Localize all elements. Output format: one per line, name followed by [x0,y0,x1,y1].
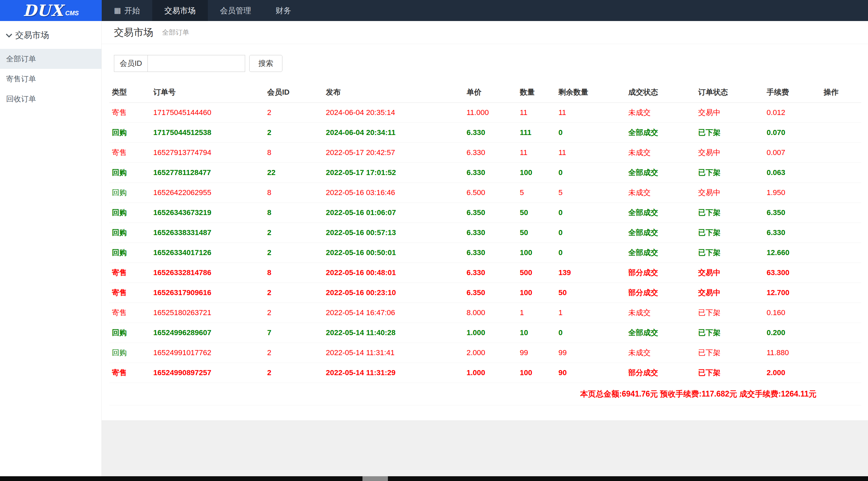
order-number: 16524996289607 [151,323,264,343]
quantity: 100 [517,163,556,183]
order-status: 已下架 [695,163,764,183]
order-status: 交易中 [695,103,764,123]
action-cell [821,363,861,383]
deal-status: 未成交 [626,103,695,123]
member-id: 2 [264,243,323,263]
order-number: 16526343673219 [151,203,264,223]
remaining-quantity: 5 [556,183,626,203]
unit-price: 6.500 [464,183,517,203]
order-row: 寄售 16525180263721 2 2022-05-14 16:47:06 … [109,303,861,323]
order-type: 回购 [109,323,151,343]
sidebar-item[interactable]: 全部订单 [0,49,101,69]
action-cell [821,303,861,323]
action-cell [821,103,861,123]
column-header: 操作 [821,82,861,103]
order-type: 寄售 [109,103,151,123]
order-number: 16526317909616 [151,283,264,303]
order-number: 16526338331487 [151,223,264,243]
sidebar-item[interactable]: 回收订单 [0,89,101,109]
quantity: 11 [517,143,556,163]
order-number: 17175045144460 [151,103,264,123]
action-cell [821,123,861,143]
chevron-down-icon [6,31,12,37]
unit-price: 8.000 [464,303,517,323]
breadcrumb-sub: 全部订单 [162,28,189,37]
publish-time: 2022-05-14 11:40:28 [323,323,464,343]
unit-price: 6.330 [464,223,517,243]
order-type: 寄售 [109,263,151,283]
order-status: 交易中 [695,283,764,303]
publish-time: 2024-06-04 20:35:14 [323,103,464,123]
unit-price: 6.330 [464,263,517,283]
horizontal-scrollbar[interactable] [0,476,868,481]
order-type: 回购 [109,123,151,143]
quantity: 1 [517,303,556,323]
unit-price: 6.330 [464,163,517,183]
quantity: 50 [517,203,556,223]
action-cell [821,263,861,283]
quantity: 99 [517,343,556,363]
order-row: 寄售 16526332814786 8 2022-05-16 00:48:01 … [109,263,861,283]
deal-status: 全部成交 [626,203,695,223]
quantity: 10 [517,323,556,343]
sidebar-section-title[interactable]: 交易市场 [0,21,101,49]
order-status: 交易中 [695,263,764,283]
order-number: 17175044512538 [151,123,264,143]
top-menu: ▦开始交易市场会员管理财务 [102,0,303,21]
quantity: 100 [517,283,556,303]
order-row: 回购 16526343673219 8 2022-05-16 01:06:07 … [109,203,861,223]
main-layout: 交易市场 全部订单寄售订单回收订单 交易市场 全部订单 会员ID 搜索 类型订 [0,21,868,476]
scrollbar-thumb[interactable] [362,476,388,481]
member-id-label: 会员ID [114,55,147,72]
top-menu-item[interactable]: 会员管理 [208,0,263,21]
brand-logo[interactable]: DUX CMS [0,0,102,21]
publish-time: 2022-05-14 16:47:06 [323,303,464,323]
order-row: 回购 16524996289607 7 2022-05-14 11:40:28 … [109,323,861,343]
fee: 0.007 [764,143,821,163]
search-button[interactable]: 搜索 [249,55,282,72]
action-cell [821,283,861,303]
orders-tbody: 寄售 17175045144460 2 2024-06-04 20:35:14 … [109,103,861,383]
fee: 0.012 [764,103,821,123]
member-id: 7 [264,323,323,343]
member-id-input[interactable] [147,55,245,72]
unit-price: 6.350 [464,203,517,223]
fee: 1.950 [764,183,821,203]
column-header: 发布 [323,82,464,103]
brand-name: DUX [23,1,63,20]
publish-time: 2022-05-14 11:31:29 [323,363,464,383]
member-id: 2 [264,303,323,323]
column-header: 数量 [517,82,556,103]
column-header: 订单状态 [695,82,764,103]
fee: 0.200 [764,323,821,343]
order-status: 已下架 [695,363,764,383]
order-number: 16526334017126 [151,243,264,263]
sidebar: 交易市场 全部订单寄售订单回收订单 [0,21,102,476]
order-row: 寄售 16526317909616 2 2022-05-16 00:23:10 … [109,283,861,303]
main-area: 交易市场 全部订单 会员ID 搜索 类型订单号会员ID发布单价数量剩余数量成交状… [102,21,868,476]
remaining-quantity: 1 [556,303,626,323]
column-header: 单价 [464,82,517,103]
column-header: 类型 [109,82,151,103]
table-header-row: 类型订单号会员ID发布单价数量剩余数量成交状态订单状态手续费操作 [109,82,861,103]
grid-icon: ▦ [114,7,121,14]
order-type: 回购 [109,343,151,363]
sidebar-item[interactable]: 寄售订单 [0,69,101,89]
unit-price: 1.000 [464,363,517,383]
order-status: 已下架 [695,123,764,143]
top-menu-item[interactable]: ▦开始 [102,0,152,21]
publish-time: 2022-05-16 00:50:01 [323,243,464,263]
top-menu-item[interactable]: 交易市场 [152,0,208,21]
member-id: 2 [264,223,323,243]
fee: 0.160 [764,303,821,323]
order-row: 回购 16527781128477 22 2022-05-17 17:01:52… [109,163,861,183]
sidebar-menu: 全部订单寄售订单回收订单 [0,49,101,109]
fee: 12.700 [764,283,821,303]
search-bar: 会员ID 搜索 [114,55,861,72]
publish-time: 2022-05-16 00:48:01 [323,263,464,283]
remaining-quantity: 50 [556,283,626,303]
publish-time: 2022-05-17 20:42:57 [323,143,464,163]
top-menu-item[interactable]: 财务 [263,0,303,21]
order-number: 16525180263721 [151,303,264,323]
fee: 0.070 [764,123,821,143]
